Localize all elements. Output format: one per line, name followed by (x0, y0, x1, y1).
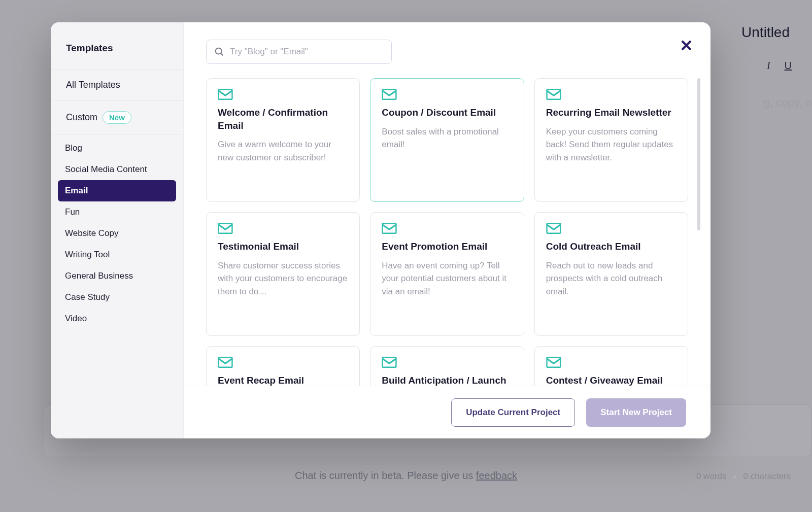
svg-point-0 (216, 48, 222, 54)
start-project-button[interactable]: Start New Project (586, 398, 686, 427)
envelope-icon (546, 357, 561, 368)
card-title: Testimonial Email (218, 240, 348, 253)
editor-placeholder-tail: g, copy, o (763, 96, 812, 110)
card-description: Give a warm welcome to your new customer… (218, 138, 348, 164)
separator-dot (733, 475, 736, 478)
svg-line-1 (221, 53, 223, 55)
search-box[interactable] (206, 40, 392, 64)
templates-grid-wrap: Welcome / Confirmation EmailGive a warm … (184, 69, 710, 438)
card-icon (218, 357, 233, 368)
word-count: 0 words (696, 471, 727, 482)
card-icon (382, 223, 397, 234)
envelope-icon (546, 223, 561, 234)
card-icon (218, 223, 233, 234)
beta-notice: Chat is currently in beta. Please give u… (0, 470, 812, 482)
category-item[interactable]: Writing Tool (58, 244, 176, 265)
search-input[interactable] (230, 47, 384, 57)
templates-main: ✕ Welcome / Confirmation EmailGive a war… (184, 22, 710, 438)
card-description: Keep your customers coming back! Send th… (546, 125, 676, 164)
category-item[interactable]: Case Study (58, 287, 176, 308)
card-title: Event Recap Email (218, 374, 348, 387)
template-card[interactable]: Recurring Email NewsletterKeep your cust… (534, 78, 688, 202)
card-icon (546, 89, 561, 100)
category-item[interactable]: Social Media Content (58, 159, 176, 180)
update-project-button[interactable]: Update Current Project (451, 398, 575, 427)
document-title: Untitled (741, 24, 790, 41)
card-icon (546, 223, 561, 234)
template-card[interactable]: Testimonial EmailShare customer success … (206, 212, 360, 336)
envelope-icon (382, 357, 397, 368)
card-title: Recurring Email Newsletter (546, 106, 676, 119)
card-description: Have an event coming up? Tell your poten… (382, 259, 512, 298)
card-description: Reach out to new leads and prospects wit… (546, 259, 676, 298)
template-card[interactable]: Event Promotion EmailHave an event comin… (370, 212, 524, 336)
close-icon[interactable]: ✕ (680, 38, 693, 54)
category-item[interactable]: Video (58, 308, 176, 329)
category-item[interactable]: Email (58, 180, 176, 201)
italic-icon[interactable]: I (767, 60, 770, 72)
card-description: Boost sales with a promotional email! (382, 125, 512, 151)
char-count: 0 characters (743, 471, 791, 482)
sidebar-item-label: All Templates (66, 80, 120, 90)
template-card[interactable]: Welcome / Confirmation EmailGive a warm … (206, 78, 360, 202)
card-title: Coupon / Discount Email (382, 106, 512, 119)
card-title: Contest / Giveaway Email (546, 374, 676, 387)
new-badge: New (103, 111, 131, 124)
word-count-bar: 0 words 0 characters (696, 471, 791, 482)
card-description: Share customer success stories with your… (218, 259, 348, 298)
templates-modal: Templates All Templates Custom New BlogS… (51, 22, 710, 438)
card-title: Build Anticipation / Launch (382, 374, 512, 387)
templates-grid: Welcome / Confirmation EmailGive a warm … (206, 78, 688, 438)
template-card[interactable]: Cold Outreach EmailReach out to new lead… (534, 212, 688, 336)
envelope-icon (218, 223, 233, 234)
card-icon (546, 357, 561, 368)
search-icon (214, 46, 225, 57)
card-icon (382, 89, 397, 100)
templates-grid-scroll[interactable]: Welcome / Confirmation EmailGive a warm … (184, 69, 710, 438)
card-icon (218, 89, 233, 100)
envelope-icon (382, 89, 397, 100)
category-item[interactable]: Website Copy (58, 223, 176, 244)
underline-icon[interactable]: U (785, 60, 792, 72)
templates-toolbar: ✕ (184, 22, 710, 69)
envelope-icon (382, 223, 397, 234)
sidebar-title: Templates (51, 22, 183, 69)
sidebar-item-label: Custom (66, 112, 97, 123)
modal-footer: Update Current Project Start New Project (184, 386, 710, 438)
sidebar-custom[interactable]: Custom New (51, 100, 183, 134)
sidebar-all-templates[interactable]: All Templates (51, 69, 183, 100)
category-item[interactable]: Blog (58, 138, 176, 159)
card-icon (382, 357, 397, 368)
beta-text: Chat is currently in beta. Please give u… (295, 470, 476, 481)
card-title: Cold Outreach Email (546, 240, 676, 253)
category-item[interactable]: General Business (58, 265, 176, 287)
format-toolbar: I U (767, 60, 792, 72)
envelope-icon (218, 89, 233, 100)
category-item[interactable]: Fun (58, 201, 176, 223)
envelope-icon (546, 89, 561, 100)
card-title: Welcome / Confirmation Email (218, 106, 348, 132)
templates-sidebar: Templates All Templates Custom New BlogS… (51, 22, 184, 438)
envelope-icon (218, 357, 233, 368)
card-title: Event Promotion Email (382, 240, 512, 253)
scrollbar[interactable] (697, 78, 700, 230)
feedback-link[interactable]: feedback (476, 470, 517, 481)
template-card[interactable]: Coupon / Discount EmailBoost sales with … (370, 78, 524, 202)
category-list: BlogSocial Media ContentEmailFunWebsite … (51, 134, 183, 329)
